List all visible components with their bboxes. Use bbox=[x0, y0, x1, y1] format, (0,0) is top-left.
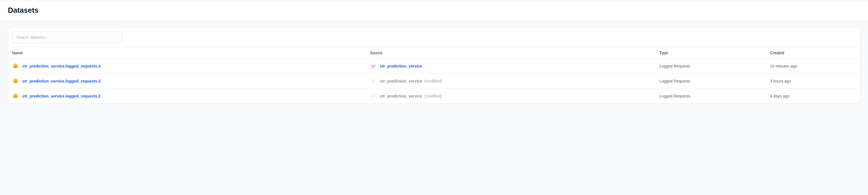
svg-point-22 bbox=[371, 82, 372, 83]
type-label: Logged Requests bbox=[659, 64, 690, 68]
svg-point-35 bbox=[374, 97, 375, 98]
source-suffix: (modified) bbox=[425, 79, 442, 83]
created-label: 3 hours ago bbox=[770, 79, 791, 83]
dataset-icon bbox=[12, 78, 19, 84]
type-label: Logged Requests bbox=[659, 94, 690, 99]
dataset-name-link[interactable]: ctr_prediction_service.logged_requests.4 bbox=[22, 64, 100, 68]
svg-point-5 bbox=[373, 68, 374, 69]
svg-point-8 bbox=[371, 64, 372, 65]
svg-point-6 bbox=[370, 65, 372, 67]
table-header-row: Name Source Type Created bbox=[8, 47, 860, 59]
svg-point-9 bbox=[374, 64, 375, 65]
source-icon bbox=[370, 93, 377, 100]
created-label: 4 days ago bbox=[770, 94, 789, 99]
datasets-table: Name Source Type Created bbox=[8, 47, 860, 104]
dataset-icon bbox=[12, 93, 19, 100]
dataset-icon bbox=[12, 63, 19, 69]
svg-point-31 bbox=[375, 95, 376, 96]
dataset-name-link[interactable]: ctr_prediction_service.logged_requests.3 bbox=[22, 79, 100, 83]
page-title: Datasets bbox=[8, 6, 860, 15]
svg-point-33 bbox=[374, 94, 375, 95]
svg-point-21 bbox=[374, 79, 375, 80]
table-row: ctr_prediction_service.logged_requests.2 bbox=[8, 89, 860, 104]
svg-point-17 bbox=[373, 83, 374, 84]
svg-point-27 bbox=[372, 95, 374, 97]
svg-point-29 bbox=[373, 98, 374, 99]
col-header-source: Source bbox=[366, 47, 655, 59]
type-label: Logged Requests bbox=[659, 79, 690, 83]
svg-point-34 bbox=[371, 97, 372, 98]
search-wrap bbox=[8, 28, 860, 47]
col-header-created: Created bbox=[766, 47, 860, 59]
col-header-name: Name bbox=[8, 47, 366, 59]
source-icon bbox=[370, 78, 377, 84]
svg-point-15 bbox=[372, 80, 374, 82]
table-row: ctr_prediction_service.logged_requests.3 bbox=[8, 74, 860, 89]
svg-point-3 bbox=[372, 65, 374, 67]
source-link[interactable]: ctr_prediction_service bbox=[380, 94, 422, 99]
svg-point-18 bbox=[370, 81, 372, 82]
source-link[interactable]: ctr_prediction_service bbox=[380, 79, 422, 83]
datasets-panel: Name Source Type Created bbox=[8, 27, 860, 104]
svg-point-11 bbox=[374, 67, 375, 68]
svg-point-7 bbox=[375, 65, 376, 67]
created-label: 10 minutes ago bbox=[770, 64, 797, 68]
svg-point-20 bbox=[371, 79, 372, 80]
svg-point-32 bbox=[371, 94, 372, 95]
svg-point-16 bbox=[373, 78, 374, 79]
svg-point-10 bbox=[371, 67, 372, 68]
svg-point-28 bbox=[373, 93, 374, 94]
source-suffix: (modified) bbox=[425, 94, 442, 99]
svg-point-4 bbox=[373, 63, 374, 64]
col-header-type: Type bbox=[655, 47, 766, 59]
dataset-name-link[interactable]: ctr_prediction_service.logged_requests.2 bbox=[22, 94, 100, 99]
source-icon bbox=[370, 63, 377, 69]
page-header: Datasets bbox=[0, 0, 868, 21]
svg-point-19 bbox=[375, 81, 376, 82]
search-input[interactable] bbox=[12, 32, 122, 43]
svg-point-30 bbox=[370, 95, 372, 96]
svg-point-23 bbox=[374, 82, 375, 83]
source-link[interactable]: ctr_prediction_service bbox=[380, 64, 422, 68]
table-row: ctr_prediction_service.logged_requests.4 bbox=[8, 59, 860, 74]
